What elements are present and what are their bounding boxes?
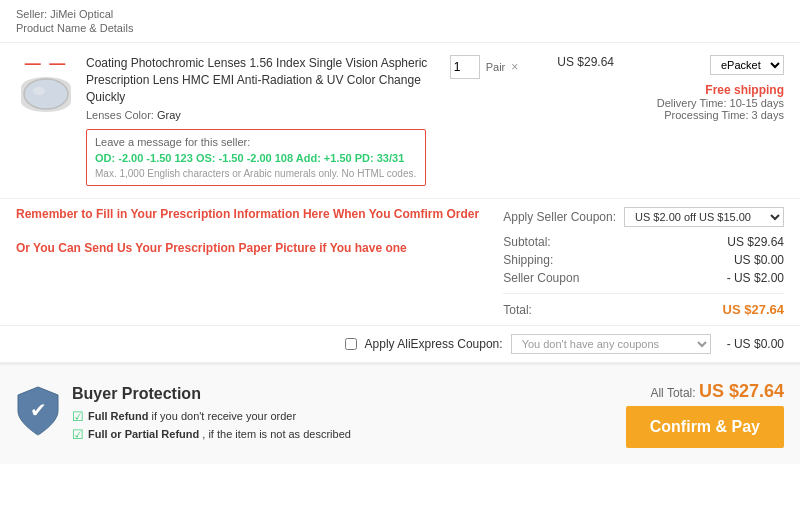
check-icon-1: ☑ bbox=[72, 409, 84, 424]
subtotal-row: Subtotal: US $29.64 bbox=[503, 235, 784, 249]
seller-coupon-row: Apply Seller Coupon: US $2.00 off US $15… bbox=[503, 207, 784, 227]
free-shipping-label: Free shipping bbox=[624, 83, 784, 97]
confirm-pay-button[interactable]: Confirm & Pay bbox=[626, 406, 784, 448]
total-row: Total: US $27.64 bbox=[503, 302, 784, 317]
subtotal-value: US $29.64 bbox=[727, 235, 784, 249]
product-section-label: Product Name & Details bbox=[16, 22, 784, 34]
total-pay-section: All Total: US $27.64 Confirm & Pay bbox=[626, 381, 784, 448]
total-value: US $27.64 bbox=[723, 302, 784, 317]
total-label: Total: bbox=[503, 303, 532, 317]
product-image-area: — — bbox=[16, 55, 76, 112]
coupon-value: - US $2.00 bbox=[727, 271, 784, 285]
delivery-time: Delivery Time: 10-15 days bbox=[624, 97, 784, 109]
ali-coupon-label: Apply AliExpress Coupon: bbox=[365, 337, 503, 351]
protection-item-2: ☑ Full or Partial Refund , if the item i… bbox=[72, 427, 351, 442]
check-icon-2: ☑ bbox=[72, 427, 84, 442]
seller-info: Seller: JiMei Optical bbox=[16, 8, 784, 20]
color-value: Gray bbox=[157, 109, 181, 121]
all-total-label: All Total: US $27.64 bbox=[626, 381, 784, 402]
protection-bold-1: Full Refund bbox=[88, 410, 149, 422]
seller-header: Seller: JiMei Optical Product Name & Det… bbox=[0, 0, 800, 43]
product-image bbox=[21, 77, 71, 112]
seller-prefix: Seller: bbox=[16, 8, 47, 20]
unit-label: Pair bbox=[486, 61, 506, 73]
processing-time-value: 3 days bbox=[752, 109, 784, 121]
product-row: — — Coating Photochromic Lenses 1.56 Ind… bbox=[0, 43, 800, 199]
times-symbol: × bbox=[511, 60, 518, 74]
protection-suffix-2: , if the item is not as described bbox=[199, 428, 351, 440]
subtotal-label: Subtotal: bbox=[503, 235, 550, 249]
svg-point-0 bbox=[24, 79, 68, 109]
buyer-protection-title: Buyer Protection bbox=[72, 385, 351, 403]
svg-point-1 bbox=[33, 87, 45, 95]
quantity-input[interactable] bbox=[450, 55, 480, 79]
quantity-area: Pair × bbox=[444, 55, 524, 79]
seller-name: JiMei Optical bbox=[50, 8, 113, 20]
message-box: Leave a message for this seller: OD: -2.… bbox=[86, 129, 426, 186]
coupon-row: Seller Coupon - US $2.00 bbox=[503, 271, 784, 285]
footer: ✔ Buyer Protection ☑ Full Refund if you … bbox=[0, 363, 800, 464]
page: Seller: JiMei Optical Product Name & Det… bbox=[0, 0, 800, 464]
seller-coupon-label: Apply Seller Coupon: bbox=[503, 210, 616, 224]
protection-text-1: Full Refund if you don't receive your or… bbox=[88, 409, 296, 424]
svg-text:✔: ✔ bbox=[30, 399, 47, 421]
shipping-label: Shipping: bbox=[503, 253, 553, 267]
product-color: Lenses Color: Gray bbox=[86, 109, 434, 121]
unit-price-area: US $29.64 bbox=[534, 55, 614, 69]
reminder-pricing-section: Remember to Fill in Your Prescription In… bbox=[0, 199, 800, 325]
dash-decoration: — — bbox=[25, 55, 67, 73]
protection-item-1: ☑ Full Refund if you don't receive your … bbox=[72, 409, 351, 424]
all-total-value: US $27.64 bbox=[699, 381, 784, 401]
coupon-label: Seller Coupon bbox=[503, 271, 579, 285]
processing-time-label: Processing Time: bbox=[664, 109, 748, 121]
delivery-time-value: 10-15 days bbox=[730, 97, 784, 109]
ali-coupon-discount: - US $0.00 bbox=[727, 337, 784, 351]
processing-time: Processing Time: 3 days bbox=[624, 109, 784, 121]
protection-suffix-1: if you don't receive your order bbox=[149, 410, 297, 422]
shipping-value: US $0.00 bbox=[734, 253, 784, 267]
all-total-prefix: All Total: bbox=[650, 386, 695, 400]
reminder-column: Remember to Fill in Your Prescription In… bbox=[16, 207, 503, 321]
shipping-area: ePacket Free shipping Delivery Time: 10-… bbox=[624, 55, 784, 121]
shipping-method-select[interactable]: ePacket bbox=[710, 55, 784, 75]
product-name: Coating Photochromic Lenses 1.56 Index S… bbox=[86, 55, 434, 105]
message-content: OD: -2.00 -1.50 123 OS: -1.50 -2.00 108 … bbox=[95, 152, 417, 164]
shipping-row: Shipping: US $0.00 bbox=[503, 253, 784, 267]
unit-price: US $29.64 bbox=[557, 55, 614, 69]
shield-icon: ✔ bbox=[16, 385, 60, 437]
reminder-line1: Remember to Fill in Your Prescription In… bbox=[16, 207, 503, 221]
pricing-column: Apply Seller Coupon: US $2.00 off US $15… bbox=[503, 207, 784, 321]
ali-coupon-select[interactable]: You don't have any coupons bbox=[511, 334, 711, 354]
message-hint: Max. 1,000 English characters or Arabic … bbox=[95, 168, 417, 179]
message-label: Leave a message for this seller: bbox=[95, 136, 417, 148]
ali-coupon-row: Apply AliExpress Coupon: You don't have … bbox=[0, 325, 800, 363]
protection-text-2: Full or Partial Refund , if the item is … bbox=[88, 427, 351, 442]
color-label: Lenses Color: bbox=[86, 109, 154, 121]
reminder-line2: Or You Can Send Us Your Prescription Pap… bbox=[16, 241, 503, 255]
shipping-method-row: ePacket bbox=[624, 55, 784, 75]
delivery-time-label: Delivery Time: bbox=[657, 97, 727, 109]
ali-coupon-checkbox[interactable] bbox=[345, 338, 357, 350]
seller-coupon-select[interactable]: US $2.00 off US $15.00 bbox=[624, 207, 784, 227]
protection-content: Buyer Protection ☑ Full Refund if you do… bbox=[72, 385, 351, 446]
buyer-protection-section: ✔ Buyer Protection ☑ Full Refund if you … bbox=[16, 385, 626, 446]
protection-bold-2: Full or Partial Refund bbox=[88, 428, 199, 440]
product-details: Coating Photochromic Lenses 1.56 Index S… bbox=[86, 55, 434, 186]
